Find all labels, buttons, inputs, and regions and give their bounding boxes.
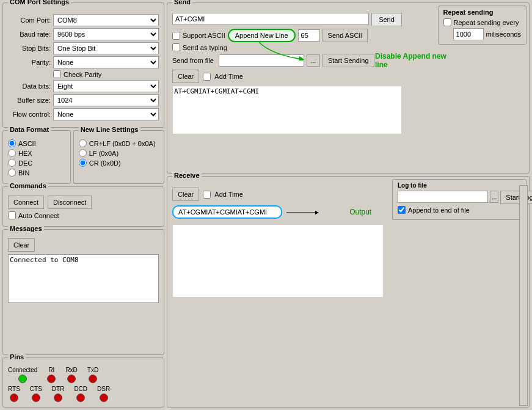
new-line-section: New Line Settings CR+LF (0x0D + 0x0A) LF… <box>73 130 164 184</box>
data-bits-select[interactable]: Eight <box>53 80 159 92</box>
log-file-input[interactable] <box>398 191 488 203</box>
cr-radio[interactable] <box>79 159 87 167</box>
repeat-section: Repeat sending Repeat sending every mili… <box>438 5 527 45</box>
auto-connect-checkbox[interactable] <box>8 211 16 219</box>
send-as-typing-checkbox[interactable] <box>172 43 180 51</box>
receive-scrollbar[interactable] <box>519 185 528 406</box>
repeat-value-input[interactable] <box>453 28 484 40</box>
pins-section: Pins Connected RI RxD <box>2 357 164 408</box>
stop-bits-select[interactable]: One Stop Bit <box>53 42 159 54</box>
pin-connected-label: Connected <box>8 367 37 373</box>
pin-dsr-indicator <box>100 394 108 402</box>
baud-rate-select[interactable]: 9600 bps <box>53 28 159 40</box>
log-title: Log to file <box>398 182 521 189</box>
send-command-input[interactable] <box>172 13 369 25</box>
messages-title: Messages <box>8 225 44 232</box>
hex-label: HEX <box>18 150 32 157</box>
commands-title: Commands <box>8 182 48 189</box>
commands-section: Commands Connect Disconnect Auto Connect <box>2 186 164 227</box>
pin-cts: CTS <box>30 386 42 402</box>
output-annotation-label: Output <box>349 208 371 216</box>
com-port-select[interactable]: COM8 <box>53 14 159 26</box>
cr-label: CR (0x0D) <box>89 159 121 167</box>
repeat-checkbox[interactable] <box>443 18 451 26</box>
pin-txd-indicator <box>89 375 97 383</box>
receive-content-area[interactable] <box>172 224 384 298</box>
receive-clear-button[interactable]: Clear <box>172 188 199 201</box>
send-title: Send <box>172 0 192 5</box>
parity-select[interactable]: None <box>53 56 159 68</box>
pin-dcd-indicator <box>76 394 85 402</box>
receive-add-time-label: Add Time <box>214 191 242 198</box>
baud-rate-label: Baud rate: <box>8 31 51 38</box>
append-to-file-label: Append to end of file <box>408 207 470 214</box>
com-port-settings: COM Port Settings Com Port: COM8 Baud ra… <box>2 2 164 128</box>
com-port-label: Com Port: <box>8 16 51 24</box>
send-as-typing-label: Send as typing <box>183 44 227 51</box>
ascii-label: ASCII <box>18 140 36 147</box>
receive-add-time-checkbox[interactable] <box>203 191 211 199</box>
pins-title: Pins <box>8 353 26 361</box>
com-port-title: COM Port Settings <box>8 0 71 5</box>
messages-section: Messages Clear Connected to COM8 <box>2 229 164 355</box>
ascii-radio[interactable] <box>8 139 16 147</box>
receive-output-text: AT+CGMIAT+CGMIAT+CGMI <box>172 205 282 219</box>
dec-radio[interactable] <box>8 159 16 167</box>
repeat-title: Repeat sending <box>443 9 521 16</box>
pin-ri: RI <box>47 367 56 383</box>
support-ascii-checkbox[interactable] <box>172 32 180 40</box>
disconnect-button[interactable]: Disconnect <box>48 196 92 209</box>
pin-dcd: DCD <box>74 386 87 402</box>
buffer-size-select[interactable]: 1024 <box>53 94 159 106</box>
support-ascii-label: Support ASCII <box>183 32 225 39</box>
pin-cts-label: CTS <box>30 386 42 392</box>
parity-label: Parity: <box>8 59 51 66</box>
bin-label: BIN <box>18 169 29 177</box>
check-parity-checkbox[interactable] <box>53 70 61 78</box>
bin-radio[interactable] <box>8 169 16 177</box>
disable-annotation-arrow <box>253 42 326 60</box>
lf-label: LF (0x0A) <box>89 150 118 157</box>
pin-cts-indicator <box>32 394 40 402</box>
pin-ri-label: RI <box>48 367 54 373</box>
send-clear-button[interactable]: Clear <box>172 70 199 83</box>
output-annotation-arrow <box>286 203 335 222</box>
messages-textarea[interactable]: Connected to COM8 <box>8 254 159 303</box>
lf-radio[interactable] <box>79 149 87 157</box>
pin-rts-indicator <box>10 394 18 402</box>
ascii-value-input[interactable] <box>298 29 320 42</box>
send-ascii-button[interactable]: Send ASCII <box>322 29 368 42</box>
send-button[interactable]: Send <box>371 13 402 26</box>
messages-clear-button[interactable]: Clear <box>8 238 35 252</box>
pin-dcd-label: DCD <box>74 386 87 392</box>
send-content-area[interactable]: AT+CGMIAT+CGMIAT+CGMI <box>172 86 402 134</box>
send-section: Send Repeat sending Repeat sending every… <box>167 2 530 174</box>
pin-rxd-label: RxD <box>65 367 77 373</box>
pin-connected: Connected <box>8 367 37 383</box>
append-new-line-button[interactable]: Append New Line <box>228 29 296 42</box>
pin-dtr: DTR <box>52 386 65 402</box>
connect-button[interactable]: Connect <box>8 196 44 209</box>
start-sending-button[interactable]: Start Sending <box>322 54 374 67</box>
check-parity-label: Check Parity <box>64 71 101 78</box>
dec-label: DEC <box>18 159 32 167</box>
append-to-file-checkbox[interactable] <box>398 206 406 214</box>
log-browse-button[interactable]: ... <box>490 191 498 203</box>
pin-dsr-label: DSR <box>97 386 110 392</box>
receive-section: Receive Log to file ... Start Logging Ap… <box>167 176 530 408</box>
pin-rxd-indicator <box>67 375 76 383</box>
log-to-file-section: Log to file ... Start Logging Append to … <box>392 179 527 220</box>
flow-control-select[interactable]: None <box>53 108 159 120</box>
hex-radio[interactable] <box>8 149 16 157</box>
pin-txd-label: TxD <box>87 367 98 373</box>
pin-txd: TxD <box>87 367 98 383</box>
pin-rts: RTS <box>8 386 20 402</box>
repeat-check-label: Repeat sending every <box>454 19 519 26</box>
pin-rxd: RxD <box>65 367 77 383</box>
crlf-radio[interactable] <box>79 139 87 147</box>
pin-dsr: DSR <box>97 386 110 402</box>
send-add-time-checkbox[interactable] <box>203 73 211 81</box>
pin-rts-label: RTS <box>8 386 20 392</box>
pin-connected-indicator <box>18 375 27 383</box>
crlf-label: CR+LF (0x0D + 0x0A) <box>89 140 156 147</box>
